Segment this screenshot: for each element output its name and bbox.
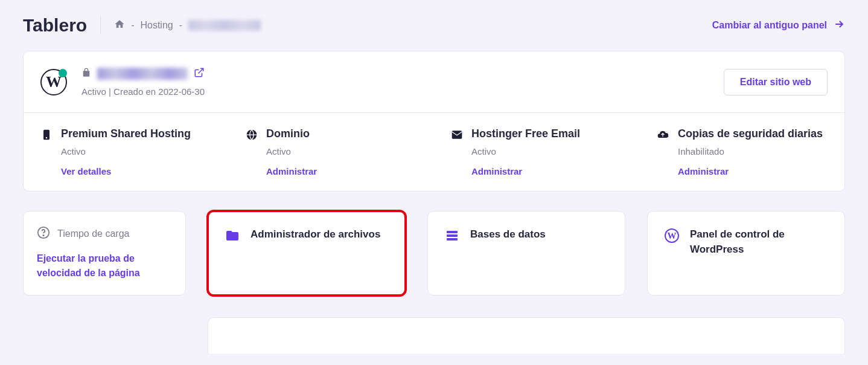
site-url-redacted (97, 68, 188, 80)
svg-rect-6 (447, 234, 458, 237)
info-email: Hostinger Free Email Activo Administrar (434, 113, 639, 191)
load-time-card: Tiempo de carga Ejecutar la prueba de ve… (23, 211, 186, 296)
svg-point-1 (46, 137, 48, 139)
wordpress-badge: W (40, 69, 67, 95)
info-hosting: Premium Shared Hosting Activo Ver detall… (24, 113, 229, 191)
svg-text:W: W (668, 231, 677, 241)
tool-label: Administrador de archivos (251, 227, 380, 242)
site-status: Activo | Creado en 2022-06-30 (81, 86, 205, 97)
info-backup: Copias de seguridad diarias Inhabilitado… (639, 113, 844, 191)
mail-icon (451, 129, 463, 176)
tool-label: Panel de control de WordPress (690, 227, 828, 257)
svg-rect-5 (447, 231, 458, 233)
edit-site-button[interactable]: Editar sitio web (724, 69, 828, 95)
bottom-card (208, 317, 845, 354)
info-title: Dominio (266, 128, 317, 140)
status-dot-icon (59, 69, 67, 77)
breadcrumb-hosting[interactable]: Hosting (140, 20, 173, 31)
info-link-manage[interactable]: Administrar (266, 166, 317, 176)
arrow-right-icon (833, 18, 845, 33)
wordpress-icon: W (665, 228, 679, 245)
breadcrumb: - Hosting - (100, 17, 261, 34)
info-status: Activo (471, 146, 580, 157)
run-speed-test-link[interactable]: Ejecutar la prueba de velocidad de la pá… (37, 251, 172, 280)
lock-icon (81, 68, 91, 80)
switch-panel-label: Cambiar al antiguo panel (712, 20, 827, 31)
info-title: Copias de seguridad diarias (678, 128, 823, 140)
tool-wp-panel[interactable]: W Panel de control de WordPress (647, 211, 845, 296)
cloud-backup-icon (656, 129, 669, 176)
svg-point-4 (43, 235, 43, 236)
info-status: Inhabilitado (678, 146, 823, 157)
globe-icon (246, 129, 258, 176)
external-link-icon[interactable] (194, 67, 205, 80)
page-title: Tablero (23, 15, 87, 36)
info-link-manage[interactable]: Administrar (678, 166, 823, 176)
info-title: Hostinger Free Email (471, 128, 580, 140)
breadcrumb-sep: - (131, 20, 134, 31)
breadcrumb-sep: - (179, 20, 182, 31)
home-icon[interactable] (114, 19, 125, 32)
tool-databases[interactable]: Bases de datos (427, 211, 625, 296)
site-card: W Activo | Creado en 2022-06-30 Editar s… (23, 51, 845, 192)
svg-rect-7 (447, 238, 458, 241)
info-status: Activo (61, 146, 191, 157)
breadcrumb-site-redacted (188, 20, 261, 31)
tool-label: Bases de datos (470, 227, 546, 242)
info-link-manage[interactable]: Administrar (471, 166, 580, 176)
info-status: Activo (266, 146, 317, 157)
server-icon (40, 129, 53, 176)
folder-icon (225, 228, 240, 245)
info-link-details[interactable]: Ver detalles (61, 166, 191, 176)
question-circle-icon[interactable] (37, 226, 50, 242)
info-domain: Dominio Activo Administrar (229, 113, 434, 191)
info-title: Premium Shared Hosting (61, 128, 191, 140)
load-time-heading: Tiempo de carga (57, 228, 129, 239)
switch-panel-link[interactable]: Cambiar al antiguo panel (712, 18, 845, 33)
tool-file-manager[interactable]: Administrador de archivos (208, 211, 406, 296)
database-icon (445, 228, 459, 245)
